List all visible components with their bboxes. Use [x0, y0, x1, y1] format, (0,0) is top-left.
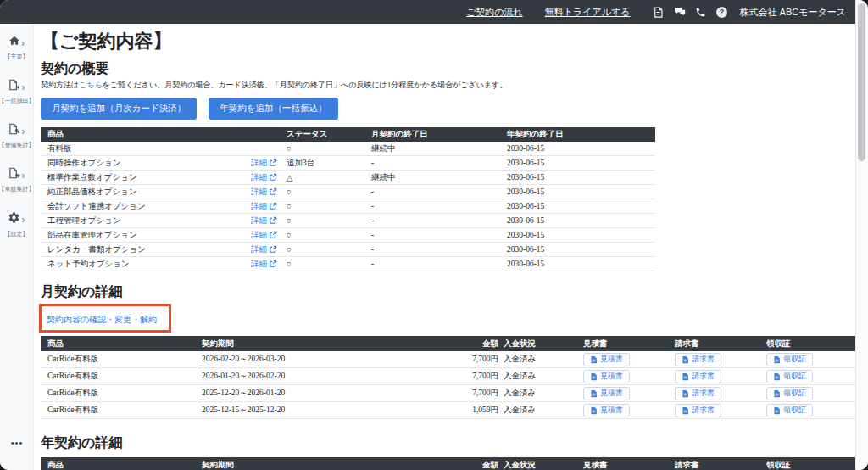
invoice-button[interactable]: 請求書	[675, 387, 721, 400]
sidebar-item-settings[interactable]: › 【設定】	[5, 211, 29, 238]
contract-overview-row: 有料版○継続中2030-06-15	[41, 142, 655, 156]
detail-link[interactable]: 詳細	[251, 201, 277, 212]
col-header: 請求書	[675, 336, 766, 351]
detail-link-label: 詳細	[251, 230, 267, 241]
sidebar-item-vehicle-sales[interactable]: › 【車販集計】	[0, 167, 35, 193]
contract-confirm-change-cancel-link[interactable]: 契約内容の確認・変更・解約	[47, 315, 157, 324]
detail-link[interactable]: 詳細	[251, 172, 277, 183]
detail-link[interactable]: 詳細	[251, 158, 277, 169]
sidebar-more-button[interactable]: •••	[0, 438, 34, 448]
doc-button-label: 請求書	[692, 388, 715, 399]
invoice-button[interactable]: 請求書	[675, 370, 721, 383]
estimate-button[interactable]: 見積書	[583, 353, 630, 366]
contract-period: 2025-12-20～2026-01-20	[202, 385, 456, 401]
app-window: ご契約の流れ 無料トライアルする ? 株式会社 ABCモータース › 【主要】 …	[0, 0, 868, 470]
detail-link-label: 詳細	[251, 215, 267, 227]
doc-button-label: 領収証	[783, 354, 806, 365]
receipt-button[interactable]: 領収証	[766, 404, 813, 417]
product-name: ネット予約オプション	[41, 257, 251, 271]
sidebar-item-batch-extract[interactable]: › 【一括抽出】	[0, 79, 35, 105]
detail-link[interactable]: 詳細	[251, 244, 277, 255]
sidebar-item-label: 【車販集計】	[0, 185, 35, 193]
product-name: 純正部品価格オプション	[41, 185, 251, 199]
estimate-button[interactable]: 見積書	[583, 387, 630, 400]
estimate-button[interactable]: 見積書	[583, 370, 630, 383]
contract-overview-row: 同時操作オプション詳細追加3台-2030-06-15	[41, 156, 655, 171]
here-link[interactable]: こちら	[79, 81, 103, 89]
contract-overview-row: 工程管理オプション詳細○-2030-06-15	[41, 214, 655, 228]
amount-value: 7,700円	[456, 368, 498, 384]
invoice-button[interactable]: 請求書	[675, 404, 721, 417]
document-icon[interactable]	[653, 6, 665, 18]
estimate-button[interactable]: 見積書	[583, 404, 630, 417]
invoice-button[interactable]: 請求書	[675, 353, 721, 366]
detail-link-label: 詳細	[251, 244, 267, 255]
doc-button-label: 領収証	[783, 371, 806, 382]
scrollbar-thumb[interactable]	[858, 3, 865, 161]
doc-button-label: 領収証	[783, 388, 806, 399]
monthly-heading: 月契約の詳細	[41, 283, 856, 300]
detail-cell: 詳細	[251, 185, 287, 199]
receipt-button[interactable]: 領収証	[766, 387, 813, 400]
product-name: CarRide有料版	[41, 385, 202, 401]
contract-flow-link[interactable]: ご契約の流れ	[466, 6, 523, 19]
document-icon	[590, 406, 598, 415]
external-link-icon	[269, 187, 277, 196]
detail-cell: 詳細	[251, 257, 287, 271]
topbar: ご契約の流れ 無料トライアルする ? 株式会社 ABCモータース	[0, 0, 868, 24]
detail-link[interactable]: 詳細	[251, 259, 277, 270]
document-icon	[590, 355, 598, 364]
batch-extract-icon	[8, 79, 20, 94]
document-icon	[682, 406, 689, 415]
annual-heading: 年契約の詳細	[41, 434, 856, 451]
col-header: 月契約の終了日	[371, 127, 507, 142]
chevron-right-icon: ›	[21, 170, 25, 181]
col-header: 年契約の終了日	[507, 127, 655, 142]
free-trial-link[interactable]: 無料トライアルする	[545, 6, 631, 19]
detail-link[interactable]: 詳細	[251, 230, 277, 241]
sidebar-item-maintenance[interactable]: › 【整備集計】	[0, 123, 35, 149]
doc-button-label: 請求書	[692, 371, 715, 382]
col-header: 契約期間	[202, 457, 456, 470]
col-header: 入金状況	[498, 457, 583, 470]
annual-end-date: 2030-06-15	[507, 171, 655, 184]
receipt-button[interactable]: 領収証	[766, 353, 813, 366]
doc-cell: 見積書	[583, 368, 675, 384]
doc-cell: 領収証	[766, 402, 856, 418]
annual-end-date: 2030-06-15	[507, 142, 655, 155]
external-link-icon	[269, 159, 277, 167]
external-link-icon	[269, 202, 277, 210]
detail-link[interactable]: 詳細	[251, 215, 277, 227]
document-icon	[773, 406, 781, 415]
receipt-button[interactable]: 領収証	[766, 370, 813, 383]
product-name: 工程管理オプション	[41, 214, 251, 227]
add-monthly-contract-button[interactable]: 月契約を追加（月次カード決済）	[41, 98, 197, 120]
amount-value: 1,059円	[456, 402, 498, 418]
annual-end-date: 2030-06-15	[507, 199, 655, 213]
contract-period: 2025-12-15～2025-12-20	[202, 402, 456, 418]
detail-cell: 詳細	[251, 199, 287, 213]
product-name: レンタカー書類オプション	[41, 243, 251, 256]
sidebar: › 【主要】 › 【一括抽出】 › 【整備集計】 › 【車販集計】 › 【設定】…	[0, 24, 34, 470]
detail-link-label: 詳細	[251, 259, 267, 270]
document-icon	[590, 389, 598, 398]
add-annual-contract-button[interactable]: 年契約を追加（一括振込）	[209, 98, 337, 120]
doc-button-label: 見積書	[600, 354, 623, 365]
monthly-contract-row: CarRide有料版2025-12-20～2026-01-207,700円入金済…	[41, 385, 856, 402]
contract-overview-row: 会計ソフト連携オプション詳細○-2030-06-15	[41, 199, 655, 214]
col-header: 商品	[41, 336, 202, 351]
help-icon[interactable]: ?	[716, 6, 728, 18]
chat-icon[interactable]	[674, 6, 686, 18]
status-value: ○	[287, 214, 371, 227]
phone-icon[interactable]	[695, 6, 707, 18]
detail-link[interactable]: 詳細	[251, 187, 277, 198]
annual-end-date: 2030-06-15	[507, 156, 655, 170]
sidebar-item-main[interactable]: › 【主要】	[5, 35, 29, 61]
chevron-right-icon: ›	[21, 126, 25, 137]
amount-value: 7,700円	[456, 351, 498, 367]
col-header: 見積書	[583, 457, 675, 470]
col-header: 金額	[456, 336, 498, 351]
product-name: 会計ソフト連携オプション	[41, 199, 251, 213]
external-link-icon	[269, 173, 277, 182]
contract-overview-row: ネット予約オプション詳細○-2030-06-15	[41, 257, 655, 271]
